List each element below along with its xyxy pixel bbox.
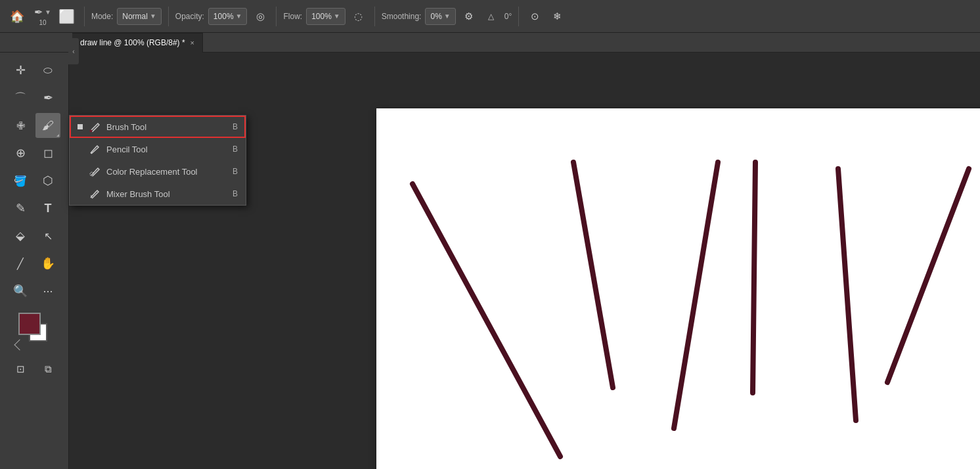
- lasso-tool[interactable]: ⌒: [8, 85, 33, 110]
- zoom-tool[interactable]: 🔍: [8, 279, 33, 303]
- move-icon: ✛: [16, 63, 26, 78]
- gear-icon: ⚙: [464, 11, 473, 22]
- text-tool[interactable]: T: [35, 196, 60, 221]
- color-replacement-tool-label: Color Replacement Tool: [106, 167, 227, 177]
- brush-tool-label: Brush Tool: [106, 122, 227, 132]
- smoothing-label: Smoothing:: [382, 12, 422, 21]
- smoothing-dropdown[interactable]: 0% ▼: [425, 8, 455, 25]
- hand-tool[interactable]: ✋: [35, 251, 60, 276]
- home-button[interactable]: 🏠: [5, 5, 29, 28]
- separator-2: [168, 7, 169, 26]
- opacity-dropdown[interactable]: 100% ▼: [208, 8, 248, 25]
- top-toolbar: 🏠 ✒ ▼ 10 ⬜ Mode: Normal ▼ Opacity: 100% …: [0, 0, 980, 33]
- pencil-tool-key: B: [233, 145, 238, 154]
- tool-row-zoom: 🔍 ···: [8, 279, 60, 303]
- tool-row-dodge: ✎ T: [8, 196, 60, 221]
- separator-3: [276, 7, 277, 26]
- menu-item-pencil-tool[interactable]: Pencil Tool B: [70, 138, 246, 160]
- target-icon: ⊙: [531, 11, 539, 22]
- airbrush-button[interactable]: ◎: [251, 7, 269, 26]
- frame-icon: ⊡: [16, 363, 25, 375]
- stamp-icon: ⊕: [16, 146, 26, 160]
- healing-tool[interactable]: ✙: [8, 113, 33, 138]
- angle-value: 0°: [504, 12, 512, 21]
- symmetry-button[interactable]: ❄: [548, 7, 566, 26]
- frame-tool[interactable]: ⊡: [8, 357, 33, 382]
- swap-colors-icon[interactable]: [14, 340, 26, 351]
- drawing-canvas[interactable]: [376, 108, 980, 469]
- chevron-left-icon: ‹: [72, 48, 74, 55]
- target-button[interactable]: ⊙: [525, 7, 544, 26]
- menu-item-empty-dot3: [78, 191, 83, 196]
- color-replacement-tool-key: B: [233, 167, 238, 176]
- tool-row-shape: ╱ ✋: [8, 251, 60, 276]
- flow-arrow-icon: ▼: [334, 12, 340, 20]
- mode-label: Mode:: [91, 12, 113, 21]
- blur-tool[interactable]: ⬡: [35, 168, 60, 193]
- more-tools[interactable]: ···: [35, 279, 60, 303]
- mode-value: Normal: [122, 12, 148, 21]
- direct-select-tool[interactable]: ↖: [35, 223, 60, 248]
- selection-icon: ⬭: [43, 64, 53, 76]
- foreground-color-swatch[interactable]: [18, 313, 41, 335]
- tool-row-move: ✛ ⬭: [8, 58, 60, 83]
- flow-mode-icon: ◌: [354, 11, 363, 22]
- path-select-tool[interactable]: ⬙: [8, 223, 33, 248]
- flow-dropdown[interactable]: 100% ▼: [306, 8, 345, 25]
- line-icon: ╱: [17, 257, 24, 270]
- move-tool[interactable]: ✛: [8, 58, 33, 83]
- smoothing-value: 0%: [430, 12, 441, 21]
- tool-row-extra: ⊡ ⧉: [8, 357, 60, 382]
- tab-title: draw line @ 100% (RGB/8#) *: [80, 38, 185, 47]
- eyedropper-tool[interactable]: ✒: [35, 85, 60, 110]
- ellipsis-icon: ···: [43, 284, 53, 298]
- airbrush-icon: ◎: [256, 11, 265, 22]
- tool-row-heal: ✙ 🖌: [8, 113, 60, 138]
- active-tab[interactable]: draw line @ 100% (RGB/8#) * ×: [72, 33, 203, 53]
- separator-5: [518, 7, 519, 26]
- artboard-tool[interactable]: ⧉: [35, 357, 60, 382]
- toolbox: ✛ ⬭ ⌒ ✒ ✙ 🖌 ⊕ ◻ 🪣 ⬡: [0, 53, 69, 469]
- selection-tool[interactable]: ⬭: [35, 58, 60, 83]
- menu-item-color-replacement-tool[interactable]: Color Replacement Tool B: [70, 160, 246, 183]
- svg-line-1: [573, 162, 613, 388]
- opacity-arrow-icon: ▼: [236, 12, 242, 20]
- swap-icon: ⬜: [58, 9, 75, 24]
- brush-tool-key: B: [233, 122, 238, 131]
- opacity-label: Opacity:: [175, 12, 204, 21]
- mode-dropdown[interactable]: Normal ▼: [117, 8, 162, 25]
- stamp-tool[interactable]: ⊕: [8, 141, 33, 166]
- mixer-brush-tool-label: Mixer Brush Tool: [106, 189, 227, 199]
- symmetry-icon: ❄: [553, 11, 562, 22]
- menu-item-empty-dot: [78, 146, 83, 152]
- eraser-tool[interactable]: ◻: [35, 141, 60, 166]
- mixer-brush-tool-key: B: [233, 189, 238, 198]
- eyedropper-icon: ✒: [43, 91, 53, 105]
- pen-icon: ✎: [16, 201, 26, 215]
- svg-line-0: [412, 184, 560, 457]
- home-icon: 🏠: [10, 9, 24, 24]
- settings-button[interactable]: ⚙: [460, 7, 478, 26]
- menu-item-brush-tool[interactable]: Brush Tool B: [70, 116, 246, 138]
- angle-icon: △: [488, 12, 494, 21]
- blur-icon: ⬡: [43, 173, 53, 188]
- flow-icon-btn[interactable]: ◌: [349, 7, 368, 26]
- smoothing-arrow-icon: ▼: [444, 12, 451, 20]
- brush-tool-selector[interactable]: ✒ ▼ 10: [34, 6, 51, 26]
- canvas-document[interactable]: [376, 108, 980, 469]
- color-replacement-tool-icon: [88, 165, 101, 178]
- panel-collapse-arrow[interactable]: ‹: [68, 38, 79, 64]
- tab-close-button[interactable]: ×: [190, 39, 194, 47]
- swap-icon-btn[interactable]: ⬜: [56, 5, 78, 28]
- separator-1: [84, 7, 85, 26]
- line-tool[interactable]: ╱: [8, 251, 33, 276]
- menu-item-mixer-brush-tool[interactable]: Mixer Brush Tool B: [70, 183, 246, 205]
- fill-tool[interactable]: 🪣: [8, 168, 33, 193]
- pen-tool[interactable]: ✎: [8, 196, 33, 221]
- flow-label: Flow:: [283, 12, 302, 21]
- brush-tool-active[interactable]: 🖌: [35, 113, 60, 138]
- path-select-icon: ⬙: [16, 229, 25, 243]
- svg-line-3: [753, 162, 755, 393]
- brush-tool-icon: [88, 120, 101, 133]
- angle-button[interactable]: △: [482, 7, 501, 26]
